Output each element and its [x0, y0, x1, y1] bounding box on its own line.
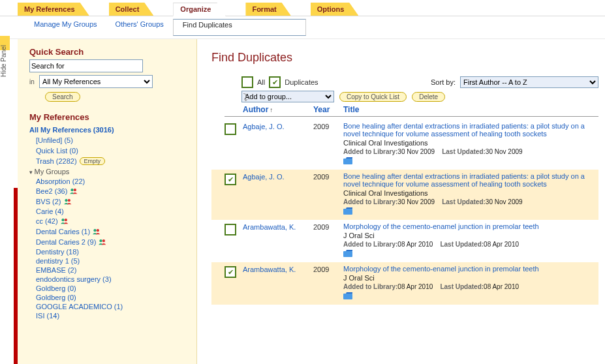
subnav-find-duplicates[interactable]: Find Duplicates	[173, 19, 306, 36]
result-row: Arambawatta, K.2009Morphology of the cem…	[211, 220, 598, 262]
hide-panel-label: Hide Panel	[0, 45, 7, 78]
svg-point-8	[100, 239, 102, 242]
all-references-link[interactable]: All My References (3016)	[29, 125, 189, 135]
journal-name: Clinical Oral Investigations	[343, 189, 597, 197]
row-checkbox[interactable]	[225, 123, 236, 135]
svg-rect-11	[343, 209, 352, 215]
folder-icon[interactable]	[343, 250, 352, 257]
arrow-down-icon: ⤵	[243, 95, 248, 100]
group-link[interactable]: Goldberg (0)	[29, 284, 189, 293]
main-panel: Find Duplicates All ✔ Duplicates Sort by…	[197, 39, 605, 364]
group-link[interactable]: Absorption (22)	[29, 177, 189, 186]
group-link[interactable]: Carie (4)	[29, 207, 189, 216]
journal-name: J Oral Sci	[343, 232, 597, 239]
group-link[interactable]: dentistry 1 (5)	[29, 256, 189, 265]
title-link[interactable]: Bone healing after dental extractions in…	[343, 122, 597, 138]
author-link[interactable]: Agbaje, J. O.	[243, 172, 313, 216]
sort-by-year[interactable]: Year	[313, 105, 343, 114]
search-input[interactable]	[29, 59, 143, 72]
select-duplicates-checkbox[interactable]: ✔	[269, 76, 281, 88]
quick-search-title: Quick Search	[29, 47, 189, 57]
trash-link[interactable]: Trash (2282)	[36, 157, 77, 165]
select-all-label: All	[257, 78, 265, 86]
svg-point-6	[94, 229, 97, 232]
folder-icon[interactable]	[343, 157, 352, 164]
main-tabs: My References Collect Organize Format Op…	[0, 0, 605, 16]
group-link[interactable]: Goldberg (0)	[29, 293, 189, 302]
svg-rect-10	[343, 159, 352, 164]
select-duplicates-label: Duplicates	[285, 78, 318, 86]
author-link[interactable]: Arambawatta, K.	[243, 222, 313, 258]
sort-label: Sort by:	[431, 78, 456, 86]
row-meta: Added to Library:30 Nov 2009 Last Update…	[343, 198, 597, 205]
quicklist-link[interactable]: Quick List (0)	[29, 145, 189, 156]
group-link[interactable]: Bee2 (36)	[29, 186, 189, 196]
tab-options[interactable]: Options	[311, 3, 359, 16]
search-scope-select[interactable]: All My References	[39, 75, 153, 88]
folder-icon[interactable]	[343, 207, 352, 215]
folder-icon[interactable]	[343, 292, 352, 299]
empty-trash-button[interactable]: Empty	[80, 157, 106, 165]
row-checkbox[interactable]: ✔	[225, 266, 236, 278]
tab-my-references[interactable]: My References	[18, 3, 89, 16]
author-link[interactable]: Agbaje, J. O.	[243, 122, 313, 166]
journal-name: J Oral Sci	[343, 274, 597, 282]
sort-select[interactable]: First Author -- A to Z	[460, 76, 598, 88]
shared-icon	[70, 187, 79, 196]
title-link[interactable]: Bone healing after dental extractions in…	[343, 172, 597, 188]
subnav-manage-groups[interactable]: Manage My Groups	[25, 19, 106, 36]
year-cell: 2009	[313, 222, 343, 258]
group-link[interactable]: GOOGLE ACADEMICO (1)	[29, 302, 189, 311]
shared-icon	[99, 237, 108, 247]
row-meta: Added to Library:08 Apr 2010 Last Update…	[343, 283, 597, 290]
result-row: ✔Arambawatta, K.2009Morphology of the ce…	[211, 262, 598, 305]
svg-rect-13	[343, 294, 352, 299]
svg-point-4	[61, 219, 64, 221]
search-button[interactable]: Search	[45, 92, 80, 102]
select-all-checkbox[interactable]	[241, 76, 253, 88]
svg-point-2	[65, 199, 67, 202]
add-to-group-select[interactable]: Add to group...	[241, 91, 334, 102]
row-checkbox[interactable]	[225, 224, 236, 235]
group-link[interactable]: ISI (14)	[29, 311, 189, 320]
results-header: Author↑ Year Title	[225, 105, 598, 117]
year-cell: 2009	[313, 122, 343, 166]
svg-point-5	[64, 219, 67, 221]
group-link[interactable]: Dental Caries 2 (9)	[29, 237, 189, 247]
group-link[interactable]: EMBASE (2)	[29, 265, 189, 275]
search-in-label: in	[29, 78, 37, 85]
tab-format[interactable]: Format	[245, 3, 290, 16]
trash-row: Trash (2282) Empty	[29, 156, 189, 166]
sidebar: Quick Search in All My References Search…	[18, 39, 197, 364]
group-link[interactable]: BVS (2)	[29, 196, 189, 207]
subnav-others-groups[interactable]: Others' Groups	[106, 19, 173, 36]
svg-point-0	[71, 189, 74, 191]
sort-by-author[interactable]: Author↑	[243, 105, 313, 114]
shared-icon	[61, 217, 70, 226]
journal-name: Clinical Oral Investigations	[343, 139, 597, 147]
my-references-title: My References	[29, 112, 189, 122]
row-checkbox[interactable]: ✔	[225, 174, 236, 185]
result-row: ✔Agbaje, J. O.2009Bone healing after den…	[211, 170, 598, 220]
row-meta: Added to Library:08 Apr 2010 Last Update…	[343, 241, 597, 248]
unfiled-link[interactable]: [Unfiled] (5)	[29, 135, 189, 145]
tab-collect[interactable]: Collect	[109, 3, 154, 16]
title-link[interactable]: Morphology of the cemento-enamel junctio…	[343, 222, 597, 230]
copy-quicklist-button[interactable]: Copy to Quick List	[339, 92, 407, 102]
sub-nav: Manage My Groups Others' Groups Find Dup…	[0, 16, 605, 39]
shared-icon	[93, 227, 102, 236]
svg-point-3	[67, 199, 70, 202]
group-link[interactable]: endodontics surgery (3)	[29, 275, 189, 284]
group-link[interactable]: Dental Caries (1)	[29, 226, 189, 237]
title-link[interactable]: Morphology of the cemento-enamel junctio…	[343, 265, 597, 273]
author-link[interactable]: Arambawatta, K.	[243, 265, 313, 301]
my-groups-header[interactable]: My Groups	[29, 166, 189, 177]
tab-organize[interactable]: Organize	[173, 3, 226, 16]
group-link[interactable]: Dentistry (18)	[29, 247, 189, 256]
sort-by-title[interactable]: Title	[343, 105, 598, 114]
group-link[interactable]: cc (42)	[29, 216, 189, 226]
delete-button[interactable]: Delete	[412, 92, 445, 102]
svg-point-9	[102, 239, 105, 242]
year-cell: 2009	[313, 172, 343, 216]
left-red-accent	[14, 188, 18, 364]
